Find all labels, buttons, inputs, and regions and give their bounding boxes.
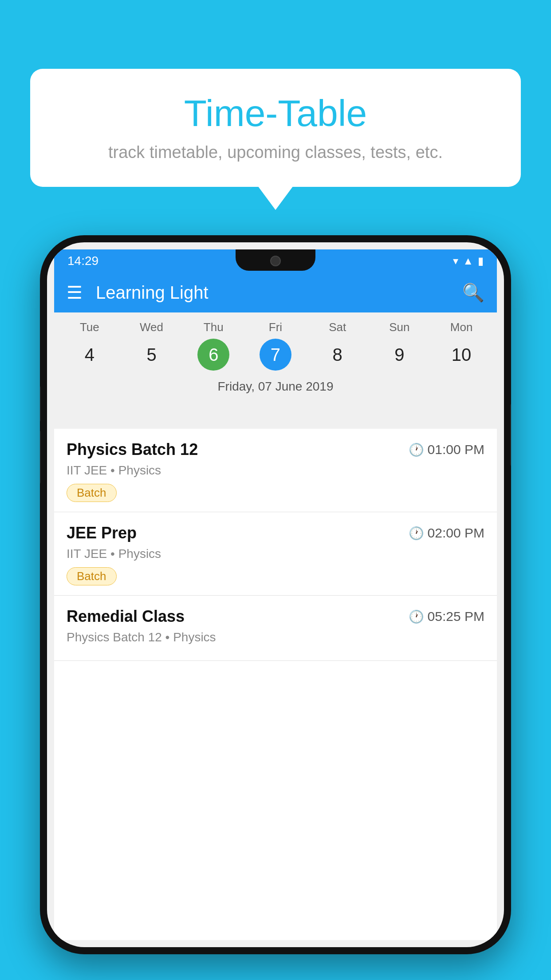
day-name: Wed <box>140 320 163 334</box>
signal-icon: ▲ <box>463 255 473 267</box>
day-row: Tue4Wed5Thu6Fri7Sat8Sun9Mon10 <box>59 320 492 371</box>
schedule-item[interactable]: JEE Prep 🕐 02:00 PM IIT JEE • Physics Ba… <box>54 512 497 596</box>
schedule-item-subtitle: Physics Batch 12 • Physics <box>67 630 484 644</box>
schedule-item[interactable]: Remedial Class 🕐 05:25 PM Physics Batch … <box>54 596 497 661</box>
day-number[interactable]: 9 <box>383 339 415 371</box>
status-time: 14:29 <box>67 254 98 268</box>
day-name: Sun <box>389 320 409 334</box>
volume-up-button <box>40 386 41 422</box>
calendar-strip: Tue4Wed5Thu6Fri7Sat8Sun9Mon10 Friday, 07… <box>54 312 497 404</box>
volume-down-button <box>40 431 41 484</box>
power-button <box>510 404 511 466</box>
phone-camera <box>270 256 281 266</box>
day-name: Sat <box>329 320 346 334</box>
selected-date-label: Friday, 07 June 2019 <box>59 376 492 400</box>
day-number[interactable]: 10 <box>445 339 477 371</box>
schedule-list: Physics Batch 12 🕐 01:00 PM IIT JEE • Ph… <box>54 429 497 940</box>
day-cell[interactable]: Fri7 <box>249 320 302 371</box>
day-name: Mon <box>450 320 473 334</box>
schedule-item-header: JEE Prep 🕐 02:00 PM <box>67 524 484 542</box>
clock-icon: 🕐 <box>409 609 424 624</box>
batch-badge: Batch <box>67 567 117 585</box>
wifi-icon: ▾ <box>453 255 458 267</box>
speech-bubble: Time-Table track timetable, upcoming cla… <box>30 69 521 187</box>
schedule-item-time: 🕐 02:00 PM <box>409 526 484 541</box>
search-icon[interactable]: 🔍 <box>462 282 484 303</box>
day-cell[interactable]: Tue4 <box>63 320 116 371</box>
batch-badge: Batch <box>67 484 117 502</box>
day-number[interactable]: 7 <box>260 339 291 371</box>
day-number[interactable]: 6 <box>197 339 229 371</box>
bubble-subtitle: track timetable, upcoming classes, tests… <box>57 143 494 162</box>
schedule-item-subtitle: IIT JEE • Physics <box>67 463 484 478</box>
bubble-title: Time-Table <box>57 92 494 135</box>
clock-icon: 🕐 <box>409 443 424 457</box>
hamburger-icon[interactable]: ☰ <box>67 284 83 301</box>
phone-screen: 14:29 ▾ ▲ ▮ ☰ Learning Light 🔍 Tue4Wed5T… <box>47 242 504 947</box>
battery-icon: ▮ <box>478 255 484 267</box>
status-icons: ▾ ▲ ▮ <box>453 255 484 267</box>
app-title: Learning Light <box>96 283 462 303</box>
schedule-item-title: Physics Batch 12 <box>67 440 198 459</box>
day-number[interactable]: 8 <box>322 339 354 371</box>
schedule-item-time: 🕐 05:25 PM <box>409 609 484 624</box>
schedule-item-title: JEE Prep <box>67 524 137 542</box>
schedule-item-title: Remedial Class <box>67 607 185 626</box>
day-cell[interactable]: Thu6 <box>187 320 240 371</box>
schedule-item-header: Remedial Class 🕐 05:25 PM <box>67 607 484 626</box>
day-name: Thu <box>204 320 224 334</box>
app-bar: ☰ Learning Light 🔍 <box>54 273 497 312</box>
day-cell[interactable]: Sat8 <box>311 320 364 371</box>
clock-icon: 🕐 <box>409 526 424 541</box>
day-name: Fri <box>269 320 282 334</box>
schedule-item[interactable]: Physics Batch 12 🕐 01:00 PM IIT JEE • Ph… <box>54 429 497 512</box>
day-number[interactable]: 4 <box>74 339 106 371</box>
day-name: Tue <box>80 320 99 334</box>
phone-mockup: 14:29 ▾ ▲ ▮ ☰ Learning Light 🔍 Tue4Wed5T… <box>40 235 511 954</box>
day-cell[interactable]: Sun9 <box>373 320 426 371</box>
schedule-item-header: Physics Batch 12 🕐 01:00 PM <box>67 440 484 459</box>
day-number[interactable]: 5 <box>136 339 168 371</box>
schedule-item-time: 🕐 01:00 PM <box>409 442 484 457</box>
day-cell[interactable]: Wed5 <box>125 320 178 371</box>
phone-notch <box>236 249 315 271</box>
schedule-item-subtitle: IIT JEE • Physics <box>67 547 484 561</box>
day-cell[interactable]: Mon10 <box>435 320 488 371</box>
